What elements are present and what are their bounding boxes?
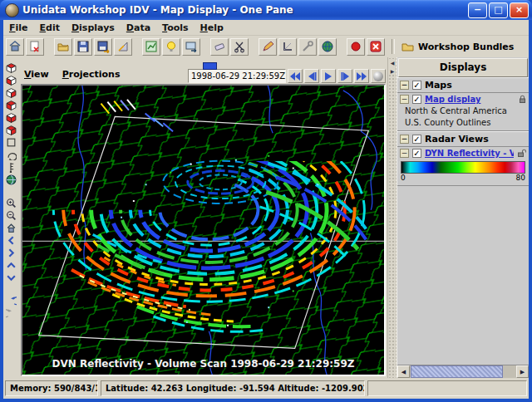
status-bar: Memory: 590/843/1041 MB Latitude: 42.263…	[3, 378, 529, 399]
tools-button[interactable]	[298, 38, 317, 56]
idea-button[interactable]	[162, 38, 180, 56]
checkbox-checked-icon[interactable]: ✓	[412, 95, 421, 104]
maximize-button[interactable]: □	[489, 2, 508, 18]
pan-left-button[interactable]	[5, 234, 17, 246]
collapse-icon[interactable]: −	[400, 149, 409, 158]
map-3d-view[interactable]: DVN Reflectivity - Volume Scan 1998-06-2…	[21, 84, 386, 376]
home-view-button[interactable]	[5, 222, 17, 233]
splitter-collapse-right[interactable]: ▶	[389, 67, 396, 75]
view-south-button[interactable]	[5, 111, 17, 123]
rotate-view-button[interactable]	[5, 149, 17, 160]
map-layer-item[interactable]: U.S. County Outlines	[405, 118, 526, 127]
view-east-button[interactable]	[5, 99, 17, 110]
panel-splitter[interactable]: ◀ ▶	[387, 57, 397, 378]
map-layer-item[interactable]: North & Central America	[405, 106, 526, 115]
time-value: 1998-06-29 21:29:59Z	[191, 71, 285, 81]
scroll-left-icon[interactable]: ◀	[397, 365, 410, 378]
pan-up-button[interactable]	[5, 259, 17, 271]
collapse-icon[interactable]: −	[400, 81, 409, 90]
time-slider-thumb[interactable]	[203, 62, 217, 70]
zoom-out-button[interactable]	[5, 209, 17, 221]
colorbar-labels: 0 80	[400, 174, 526, 182]
home-button[interactable]	[6, 38, 24, 56]
record-button[interactable]	[347, 38, 365, 56]
menu-data[interactable]: Data	[126, 22, 150, 33]
cancel-button[interactable]	[367, 38, 385, 56]
globe-button[interactable]	[318, 38, 337, 56]
capture-button[interactable]	[182, 38, 200, 56]
view-menus: View Projections	[24, 69, 121, 80]
loop-button[interactable]	[371, 69, 386, 83]
globe-view-button[interactable]	[5, 174, 17, 185]
view-north-button[interactable]	[5, 86, 17, 98]
view-west-button[interactable]	[5, 124, 17, 135]
time-slider[interactable]	[188, 61, 288, 69]
play-icon	[324, 72, 332, 81]
parallel-view-button[interactable]	[5, 136, 17, 148]
drawing-button[interactable]	[114, 38, 132, 56]
save-button[interactable]	[74, 38, 92, 56]
loop-icon	[373, 71, 383, 81]
zoom-in-icon	[6, 198, 17, 208]
pan-down-button[interactable]	[5, 272, 17, 283]
play-button[interactable]	[321, 69, 336, 83]
save-icon	[76, 40, 90, 53]
splitter-collapse-left[interactable]: ◀	[389, 59, 396, 66]
redo-button[interactable]	[5, 307, 17, 319]
tab-displays[interactable]: Displays	[398, 58, 528, 77]
workshop-bundles[interactable]: Workshop Bundles	[401, 42, 514, 52]
unlock-icon[interactable]	[517, 149, 526, 158]
chart-button[interactable]	[142, 38, 160, 56]
menu-help[interactable]: Help	[200, 22, 224, 33]
display-label: DVN Reflectivity - Volume Scan 1998-06-2…	[22, 358, 384, 370]
menu-displays[interactable]: Displays	[71, 22, 115, 33]
menu-edit[interactable]: Edit	[40, 22, 60, 33]
menu-tools[interactable]: Tools	[162, 22, 188, 33]
scroll-right-icon[interactable]: ▶	[516, 365, 529, 378]
view-top-button[interactable]	[5, 61, 17, 73]
step-back-button[interactable]	[304, 69, 319, 83]
zoom-in-button[interactable]	[5, 197, 17, 208]
chart-icon	[145, 40, 158, 53]
menu-file[interactable]: File	[9, 22, 28, 33]
new-remove-button[interactable]	[26, 38, 44, 56]
open-button[interactable]	[54, 38, 72, 56]
vertical-scale-button[interactable]	[5, 161, 17, 173]
view-top-icon	[6, 62, 17, 73]
menu-view[interactable]: View	[24, 69, 49, 80]
checkbox-checked-icon[interactable]: ✓	[412, 135, 421, 144]
time-animation-control: 1998-06-29 21:29:59Z ▼	[188, 61, 386, 83]
view-bottom-button[interactable]	[5, 74, 17, 86]
redo-icon	[6, 308, 17, 319]
angle-button[interactable]	[278, 38, 297, 56]
erase-button[interactable]	[210, 38, 229, 56]
rewind-button[interactable]	[288, 69, 303, 83]
edit-button[interactable]	[259, 38, 277, 56]
collapse-icon[interactable]: −	[400, 95, 409, 104]
fast-forward-button[interactable]	[354, 69, 369, 83]
scrollbar-thumb[interactable]	[411, 365, 503, 378]
minimize-button[interactable]: −	[468, 2, 487, 18]
memory-status: Memory: 590/843/1041 MB	[5, 380, 98, 396]
rotate-view-icon	[6, 150, 17, 160]
step-forward-button[interactable]	[337, 69, 352, 83]
checkbox-checked-icon[interactable]: ✓	[412, 149, 421, 158]
collapse-icon[interactable]: −	[400, 135, 409, 144]
lock-icon[interactable]	[519, 95, 526, 104]
pan-right-button[interactable]	[5, 247, 17, 258]
map-display-link[interactable]: Map display	[425, 95, 515, 104]
scrollbar-track[interactable]	[410, 365, 516, 378]
reflectivity-colorbar[interactable]	[401, 161, 525, 174]
maps-group: − ✓ Map display North & Central America …	[397, 93, 529, 131]
radar-scene	[22, 86, 384, 375]
save-as-button[interactable]	[94, 38, 112, 56]
menu-projections[interactable]: Projections	[62, 69, 121, 80]
cut-button[interactable]	[230, 38, 249, 56]
title-bar[interactable]: Unidata Workshop IDV - Map Display - One…	[0, 0, 532, 20]
horizontal-scrollbar[interactable]: ◀ ▶	[397, 365, 529, 378]
radar-display-link[interactable]: DYN Reflectivity - Volu...	[425, 149, 514, 158]
undo-button[interactable]	[5, 295, 17, 306]
close-button[interactable]: ×	[510, 2, 529, 18]
checkbox-checked-icon[interactable]: ✓	[412, 81, 421, 90]
time-dropdown[interactable]: 1998-06-29 21:29:59Z ▼	[188, 69, 286, 83]
